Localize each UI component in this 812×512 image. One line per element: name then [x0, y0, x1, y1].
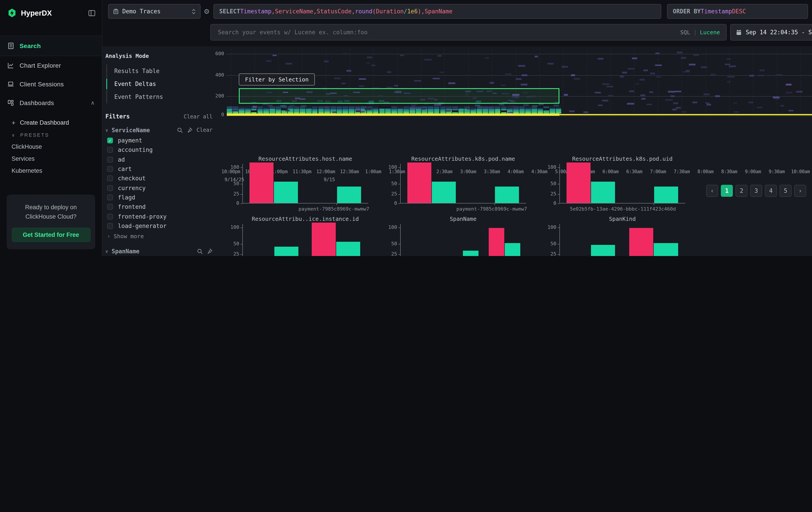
- filter-sections: ∨ServiceNameClear✓paymentaccountingadcar…: [106, 124, 212, 256]
- bar-inliers[interactable]: [654, 243, 678, 256]
- checkbox[interactable]: [107, 185, 113, 191]
- filter-option-cart[interactable]: cart: [106, 164, 212, 174]
- sidebar-item-chart-explorer[interactable]: Chart Explorer: [0, 56, 102, 75]
- checkbox[interactable]: [107, 157, 113, 162]
- lucene-mode-option[interactable]: Lucene: [700, 29, 720, 36]
- sidebar-item-label: Dashboards: [20, 99, 91, 106]
- bar-inliers[interactable]: [654, 187, 678, 203]
- logo-row: HyperDX: [0, 0, 102, 24]
- gear-icon[interactable]: ⚙: [204, 7, 210, 16]
- filter-by-selection-button[interactable]: Filter by Selection: [239, 74, 315, 85]
- sql-select-input[interactable]: SELECT Timestamp, ServiceName, StatusCod…: [213, 4, 661, 19]
- bar-inliers[interactable]: [274, 182, 298, 203]
- filter-option-payment[interactable]: ✓payment: [106, 136, 212, 145]
- chevron-down-icon: ∨: [106, 249, 112, 254]
- checkbox[interactable]: [107, 194, 113, 200]
- checkbox[interactable]: [107, 223, 113, 229]
- filter-section-header-spanname[interactable]: ∨SpanName: [106, 246, 212, 256]
- filter-option-frontend[interactable]: frontend: [106, 202, 212, 212]
- chart-y-tick: 25: [541, 251, 556, 256]
- filter-option-currency[interactable]: currency: [106, 183, 212, 193]
- sql-token: ServiceName: [275, 8, 313, 15]
- heatmap-selection[interactable]: [239, 88, 559, 104]
- calendar-icon: [736, 29, 742, 35]
- bar-outliers[interactable]: [567, 162, 590, 203]
- chart-y-dash: [399, 228, 400, 228]
- filters-title: Filters: [106, 113, 184, 120]
- bar-outliers[interactable]: [250, 162, 273, 203]
- bar-outliers[interactable]: [629, 228, 653, 256]
- bar-inliers[interactable]: [463, 251, 478, 256]
- chart-title: ResourceAttributes.k8s.pod.uid: [572, 155, 673, 162]
- sql-orderby-input[interactable]: ORDER BY Timestamp DESC: [667, 4, 808, 19]
- show-more-link[interactable]: ›Show more: [106, 232, 212, 241]
- toggle-divider: |: [694, 29, 697, 36]
- filter-option-checkout[interactable]: checkout: [106, 173, 212, 183]
- bar-inliers[interactable]: [495, 187, 519, 203]
- chart-plot-spankind[interactable]: [559, 224, 685, 256]
- sidebar-preset-clickhouse[interactable]: ClickHouse: [11, 141, 102, 153]
- filter-option-ad[interactable]: ad: [106, 155, 212, 164]
- checkbox[interactable]: [107, 166, 113, 172]
- filter-option-load-generator[interactable]: load-generator: [106, 221, 212, 231]
- analysis-mode-title: Analysis Mode: [106, 53, 212, 59]
- search-icon[interactable]: [197, 249, 203, 254]
- filter-option-frontend-proxy[interactable]: frontend-proxy: [106, 212, 212, 221]
- bar-outliers[interactable]: [489, 228, 504, 256]
- chart-y-tick: 100: [541, 164, 556, 170]
- chart-plot-resourceattribu-ice-instance-id[interactable]: [242, 224, 368, 256]
- analysis-mode-event-patterns[interactable]: Event Patterns: [107, 90, 212, 103]
- source-select[interactable]: Demo Traces: [108, 4, 201, 19]
- collapse-sidebar-icon[interactable]: [88, 9, 96, 17]
- bar-inliers[interactable]: [336, 242, 360, 256]
- pin-icon[interactable]: [207, 249, 212, 254]
- chart-plot-resourceattributes-host-name[interactable]: [242, 164, 368, 204]
- bar-inliers[interactable]: [337, 187, 361, 203]
- date-range-picker[interactable]: Sep 14 22:04:35 - Sep 15 10:04:35: [730, 24, 812, 41]
- create-dashboard-button[interactable]: + Create Dashboard: [11, 116, 102, 129]
- create-dashboard-label: Create Dashboard: [20, 119, 69, 126]
- chart-y-tick: 50: [541, 241, 556, 247]
- sidebar-preset-kubernetes[interactable]: Kubernetes: [11, 165, 102, 177]
- search-icon[interactable]: [177, 127, 183, 133]
- sidebar-item-label: Search: [20, 42, 95, 49]
- filter-option-accounting[interactable]: accounting: [106, 145, 212, 155]
- bar-inliers[interactable]: [505, 243, 520, 256]
- get-started-button[interactable]: Get Started for Free: [11, 227, 90, 242]
- analysis-mode-event-deltas[interactable]: Event Deltas: [107, 78, 212, 90]
- chevron-up-icon[interactable]: ∧: [91, 100, 95, 106]
- checkbox[interactable]: [107, 176, 113, 182]
- search-input[interactable]: [217, 28, 680, 36]
- chart-y-dash: [240, 228, 242, 228]
- plus-icon: +: [11, 119, 16, 126]
- sidebar-item-dashboards[interactable]: Dashboards ∧: [0, 93, 102, 112]
- checkbox[interactable]: [107, 147, 113, 153]
- chart-y-dash: [558, 228, 559, 228]
- chart-plot-resourceattributes-k8s-pod-uid[interactable]: [559, 164, 685, 204]
- filter-option-flagd[interactable]: flagd: [106, 193, 212, 203]
- chart-plot-resourceattributes-k8s-pod-name[interactable]: [400, 164, 526, 204]
- sql-mode-option[interactable]: SQL: [680, 29, 690, 36]
- sidebar-preset-services[interactable]: Services: [11, 153, 102, 165]
- sql-token: ,: [421, 8, 425, 15]
- chart-plot-spanname[interactable]: [400, 224, 526, 256]
- bar-inliers[interactable]: [432, 182, 456, 203]
- analysis-mode-results-table[interactable]: Results Table: [107, 64, 212, 78]
- bar-inliers[interactable]: [591, 245, 615, 256]
- chart-y-dash: [240, 194, 242, 194]
- bar-outliers[interactable]: [407, 162, 431, 203]
- bar-inliers[interactable]: [274, 247, 299, 256]
- bar-outliers[interactable]: [312, 223, 336, 256]
- chart-y-tick: 100: [382, 164, 397, 170]
- pin-icon[interactable]: [187, 127, 193, 133]
- checkbox[interactable]: ✓: [107, 138, 113, 143]
- clear-filter-button[interactable]: Clear: [197, 127, 212, 133]
- checkbox[interactable]: [107, 204, 113, 210]
- clickhouse-cloud-promo: Ready to deploy on ClickHouse Cloud? Get…: [7, 194, 95, 249]
- sidebar-item-client-sessions[interactable]: Client Sessions: [0, 75, 102, 93]
- bar-inliers[interactable]: [591, 182, 615, 203]
- sidebar-item-search[interactable]: Search: [0, 36, 102, 56]
- filter-section-header-servicename[interactable]: ∨ServiceNameClear: [106, 124, 212, 136]
- checkbox[interactable]: [107, 214, 113, 219]
- presets-toggle[interactable]: ∨ PRESETS: [11, 129, 102, 141]
